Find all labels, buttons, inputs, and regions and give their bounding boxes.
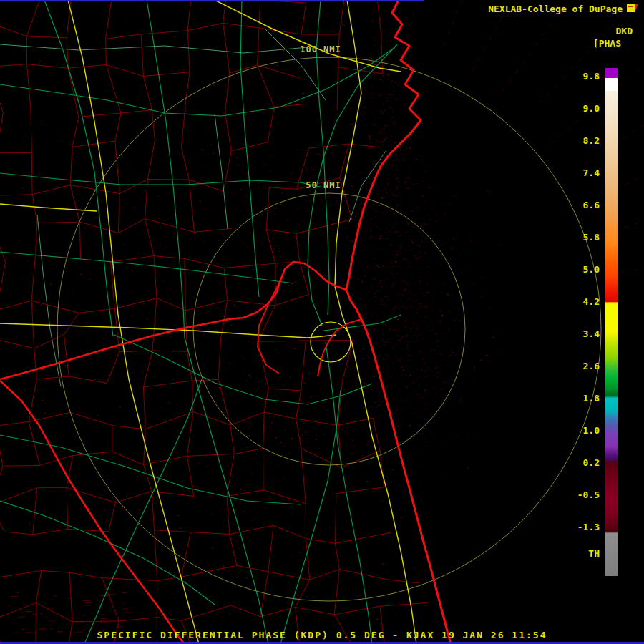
colorbar-tick: 5.8 <box>560 233 600 243</box>
brand-text: NEXLAB-College of DuPage <box>488 4 623 14</box>
range-ring-label-100nmi: 100 NMI <box>291 44 351 54</box>
product-status-bar: SPECIFIC DIFFERENTIAL PHASE (KDP) 0.5 DE… <box>0 630 644 640</box>
colorbar-tick: 1.8 <box>560 394 600 404</box>
units-label: [PHAS <box>593 38 621 49</box>
product-code: DKD <box>616 26 633 36</box>
colorbar-threshold-label: TH <box>560 548 600 559</box>
nexlab-logo-icon <box>627 4 638 13</box>
colorbar-tick: 9.0 <box>560 104 600 114</box>
colorbar-tick: 2.6 <box>560 361 600 371</box>
colorbar-tick: 9.8 <box>560 72 600 82</box>
colorbar-tick: 4.2 <box>560 297 600 307</box>
colorbar-tick: 8.2 <box>560 136 600 146</box>
colorbar-tick: 1.0 <box>560 426 600 436</box>
colorbar-tick: 0.2 <box>560 458 600 468</box>
highways-green <box>0 0 401 644</box>
colorbar-tick: -1.3 <box>560 522 600 532</box>
top-border-line <box>0 0 424 1</box>
colorbar <box>605 68 618 576</box>
range-rings <box>57 57 601 601</box>
range-ring-label-50nmi: 50 NMI <box>293 180 353 190</box>
radar-map <box>0 0 644 644</box>
radar-display: NEXLAB-College of DuPage DKD [PHAS 9.89.… <box>0 0 644 644</box>
colorbar-tick: 6.6 <box>560 200 600 210</box>
colorbar-tick: 3.4 <box>560 329 600 339</box>
colorbar-tick: -0.5 <box>560 490 600 500</box>
radar-echo-speckles <box>6 0 644 633</box>
colorbar-tick: 5.0 <box>560 265 600 275</box>
colorbar-ticks: 9.89.08.27.46.65.85.04.23.42.61.81.00.2-… <box>560 72 600 544</box>
colorbar-tick: 7.4 <box>560 168 600 178</box>
